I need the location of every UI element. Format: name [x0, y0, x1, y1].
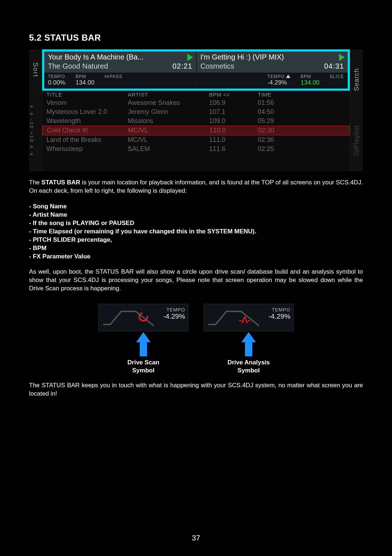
cell-bpm: 111.6	[209, 145, 256, 153]
sort-rail: Sort	[29, 49, 42, 91]
cell-bpm: 111.0	[209, 136, 256, 144]
cell-artist: MC/VL	[128, 127, 208, 134]
cell-artist: Jeremy Glenn	[128, 108, 208, 116]
cell-time: 02:25	[258, 145, 294, 153]
bpm-label: BPM	[301, 74, 319, 79]
cell-bpm: 109.0	[209, 117, 256, 125]
bullet-list: - Song Name- Artist Name- If the song is…	[29, 203, 363, 261]
arrow-icon	[140, 342, 147, 356]
bullet-item: - PITCH SLIDER percentage,	[29, 236, 363, 244]
bullet-item: - Song Name	[29, 203, 363, 211]
deck-b-artist: Cosmetics	[200, 62, 234, 70]
drive-analysis-figure: -ᐱ- TEMPO -4.29% Drive AnalysisSymbol	[203, 304, 294, 374]
cell-artist: Awesome Snakes	[128, 99, 208, 107]
cell-title: Land of the Breaks	[46, 136, 126, 144]
deck-b-tempo: -4.29%	[268, 79, 291, 86]
deck-a-bpm: 134.00	[75, 79, 94, 86]
mini-panel: -ᐱ- TEMPO -4.29%	[204, 304, 294, 331]
nav-column: ∨ ∧ -10 +10 ∧ ∨	[29, 91, 42, 171]
cell-time: 04:50	[258, 108, 294, 116]
arrow-icon	[245, 342, 252, 356]
cell-time: 02:36	[258, 136, 294, 144]
mini-tempo-value: -4.29%	[269, 312, 290, 320]
table-row: WhenusleepSALEM111.602:25	[42, 144, 350, 154]
cell-title: Whenusleep	[46, 145, 126, 153]
deck-a-time: 02:21	[172, 62, 192, 70]
deck-b: I'm Getting Hi :) (VIP MIX) Cosmetics 04…	[196, 52, 348, 89]
section-heading: 5.2 STATUS BAR	[29, 33, 363, 43]
deck-a-tempo: 0.00%	[48, 79, 65, 86]
fx-label: HIPASS	[105, 74, 122, 79]
deck-a-artist: The Good Natured	[48, 62, 108, 70]
tempo-label: TEMPO	[269, 307, 290, 312]
bullet-item: - If the song is PLAYING or PAUSED	[29, 219, 363, 228]
tempo-label: TEMPO	[268, 74, 291, 79]
track-browser: ∨ ∧ -10 +10 ∧ ∨ TITLE ARTIST BPM << TIME…	[29, 91, 363, 171]
cell-bpm: 110.0	[209, 127, 257, 134]
body-paragraph: As well, upon boot, the STATUS BAR will …	[29, 268, 363, 293]
cell-title: Mysterious Lover 2.0	[46, 108, 126, 116]
arrow-icon	[136, 332, 151, 342]
tempo-label: TEMPO	[48, 74, 65, 79]
up-arrow-icon	[286, 74, 290, 78]
cell-artist: Missions	[128, 117, 208, 125]
bullet-item: - Time Elapsed (or remaining if you have…	[29, 228, 363, 236]
cell-artist: SALEM	[128, 145, 208, 153]
cell-title: Venom	[46, 99, 126, 107]
cell-time: 05:29	[258, 117, 294, 125]
cell-bpm: 106.9	[209, 99, 256, 107]
figure-label: Drive AnalysisSymbol	[228, 359, 270, 374]
table-row: VenomAwesome Snakes106.901:56	[42, 98, 350, 107]
cell-title: Cold Check It!	[47, 127, 127, 134]
table-row: WavelengthMissions109.005:29	[42, 116, 350, 126]
fx-label: SLICE	[330, 74, 344, 79]
body-paragraph: The STATUS BAR is your main location for…	[29, 179, 363, 195]
arrow-icon	[241, 332, 256, 342]
bullet-item: - Artist Name	[29, 211, 363, 219]
cell-time: 01:56	[258, 99, 294, 107]
tracklist-header: TITLE ARTIST BPM << TIME	[42, 91, 350, 98]
play-icon	[339, 54, 345, 61]
table-row: Mysterious Lover 2.0Jeremy Glenn107.104:…	[42, 107, 350, 116]
bullet-item: - BPM	[29, 244, 363, 253]
table-row: Cold Check It!MC/VL110.002:30	[42, 126, 350, 135]
toplaylist-rail: ToPlaylist	[350, 110, 363, 171]
search-rail: Search	[350, 49, 363, 110]
play-icon	[187, 54, 193, 61]
mini-panel: TEMPO -4.29%	[98, 304, 188, 331]
bpm-label: BPM	[75, 74, 94, 79]
bullet-item: - FX Parameter Value	[29, 253, 363, 261]
drive-analysis-icon: -ᐱ-	[239, 315, 250, 325]
cell-time: 02:30	[258, 127, 294, 134]
status-bar-highlight: Your Body Is A Machine (Ba... The Good N…	[42, 49, 350, 91]
deck-b-time: 04:31	[324, 62, 344, 70]
figure-label: Drive ScanSymbol	[127, 359, 159, 374]
table-row: Land of the BreaksMC/VL111.002:36	[42, 135, 350, 144]
drive-scan-figure: TEMPO -4.29% Drive ScanSymbol	[98, 304, 189, 374]
deck-a-song: Your Body Is A Machine (Ba...	[48, 53, 192, 61]
mini-tempo-value: -4.29%	[163, 312, 185, 320]
cell-title: Wavelength	[46, 117, 126, 125]
deck-a: Your Body Is A Machine (Ba... The Good N…	[44, 52, 196, 89]
tempo-label: TEMPO	[163, 307, 185, 312]
waveform-icon	[208, 308, 259, 327]
screenshot-status-bar: Sort Your Body Is A Machine (Ba... The G…	[29, 49, 363, 171]
deck-b-song: I'm Getting Hi :) (VIP MIX)	[200, 53, 344, 61]
body-paragraph: The STATUS BAR keeps you in touch with w…	[29, 381, 363, 398]
cell-bpm: 107.1	[209, 108, 256, 116]
cell-artist: MC/VL	[128, 136, 208, 144]
page-number: 37	[0, 533, 392, 542]
deck-b-bpm: 134.00	[301, 79, 319, 86]
